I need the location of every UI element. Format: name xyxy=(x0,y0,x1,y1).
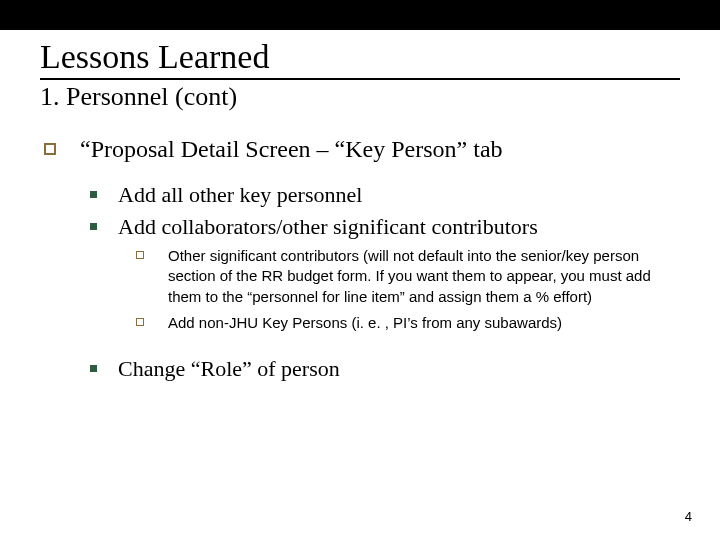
list-item-text: “Proposal Detail Screen – “Key Person” t… xyxy=(80,136,503,162)
list-item: “Proposal Detail Screen – “Key Person” t… xyxy=(40,136,680,383)
slide-content: Lessons Learned 1. Personnel (cont) “Pro… xyxy=(0,38,720,383)
slide-title: Lessons Learned xyxy=(40,38,680,76)
bullet-list-level3: Other significant contributors (will not… xyxy=(118,246,680,333)
list-item-text: Add non-JHU Key Persons (i. e. , PI’s fr… xyxy=(168,314,562,331)
list-item-text: Add all other key personnel xyxy=(118,182,362,207)
list-item-text: Other significant contributors (will not… xyxy=(168,247,651,305)
bullet-list-level2: Add all other key personnel Add collabor… xyxy=(80,181,680,383)
filled-square-icon xyxy=(90,365,97,372)
hollow-square-icon xyxy=(136,318,144,326)
slide-subtitle: 1. Personnel (cont) xyxy=(40,82,680,112)
top-bar xyxy=(0,0,720,30)
hollow-square-icon xyxy=(44,143,56,155)
page-number: 4 xyxy=(685,509,692,524)
hollow-square-icon xyxy=(136,251,144,259)
list-item-text: Add collaborators/other significant cont… xyxy=(118,214,538,239)
list-item-text: Change “Role” of person xyxy=(118,356,340,381)
filled-square-icon xyxy=(90,191,97,198)
filled-square-icon xyxy=(90,223,97,230)
list-item: Change “Role” of person xyxy=(80,355,680,383)
list-item: Other significant contributors (will not… xyxy=(118,246,680,307)
list-item: Add non-JHU Key Persons (i. e. , PI’s fr… xyxy=(118,313,680,333)
list-item: Add all other key personnel xyxy=(80,181,680,209)
bullet-list-level1: “Proposal Detail Screen – “Key Person” t… xyxy=(40,136,680,383)
list-item: Add collaborators/other significant cont… xyxy=(80,213,680,334)
title-rule xyxy=(40,78,680,80)
